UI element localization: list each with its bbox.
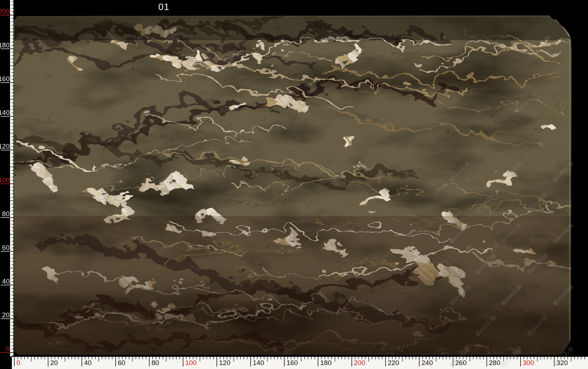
h-ruler-label: 100 [185, 359, 197, 366]
h-ruler-label: 220 [388, 359, 399, 366]
h-ruler-label: 40 [84, 359, 92, 366]
h-ruler-label: 80 [151, 359, 159, 366]
h-ruler-label: 160 [286, 359, 298, 366]
h-ruler-label: 20 [50, 359, 58, 366]
h-ruler-label: 140 [253, 359, 264, 366]
h-ruler-label: 120 [219, 359, 230, 366]
h-ruler-label: 180 [320, 359, 332, 366]
h-ruler-label: 60 [118, 359, 125, 366]
horizontal-ruler: 0204060801001201401601802002202402602803… [0, 0, 588, 369]
h-ruler-label: 200 [354, 359, 365, 366]
slab-scan-viewer: 01 200180160140120100806040200 020406080… [0, 0, 588, 369]
h-ruler-label: 280 [489, 359, 500, 366]
h-ruler-label: 0 [17, 359, 20, 366]
h-ruler-label: 240 [421, 359, 433, 366]
h-ruler-label: 260 [455, 359, 467, 366]
h-ruler-label: 300 [523, 359, 534, 366]
h-ruler-label: 320 [556, 359, 568, 366]
